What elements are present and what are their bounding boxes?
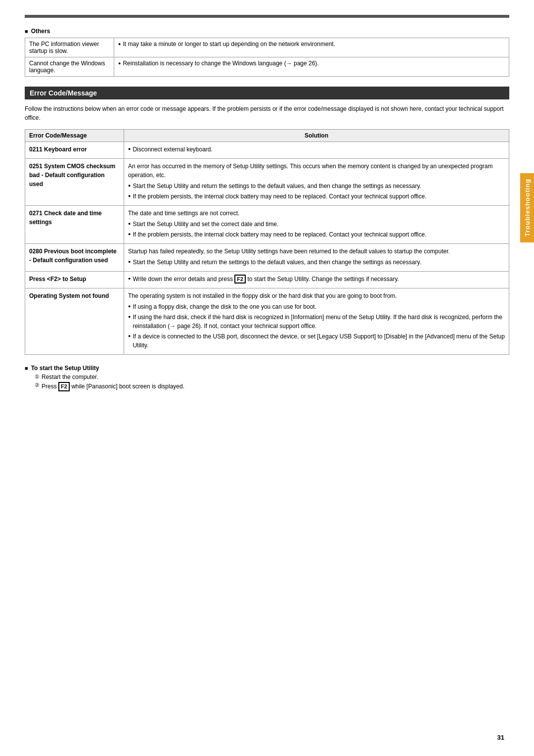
error-code-cell: Operating System not found	[25, 288, 124, 355]
top-border	[25, 15, 509, 18]
to-start-section: To start the Setup Utility ① Restart the…	[25, 365, 509, 391]
error-code-cell: 0251 System CMOS checksum bad - Default …	[25, 159, 124, 206]
numbered-item: ② Press F2 while [Panasonic] boot screen…	[35, 382, 509, 391]
error-code-title: Error Code/Message	[30, 89, 97, 97]
table-row: 0211 Keyboard error Disconnect external …	[25, 142, 509, 159]
table-row: Operating System not found The operating…	[25, 288, 509, 355]
numbered-item: ① Restart the computer.	[35, 374, 509, 380]
f2-key: F2	[58, 382, 70, 391]
bullet-text: If the problem persists, the internal cl…	[133, 230, 426, 239]
sidebar-tab: Troubleshooting	[520, 173, 534, 242]
bullet-text: Write down the error details and press F…	[133, 275, 399, 284]
error-code-section-header: Error Code/Message	[25, 87, 509, 99]
solution-cell: Disconnect external keyboard.	[124, 142, 509, 159]
error-code-cell: 0271 Check date and time settings	[25, 206, 124, 244]
intro-text: Follow the instructions below when an er…	[25, 104, 509, 122]
bullet-item: If the problem persists, the internal cl…	[128, 192, 505, 201]
step-number: ①	[35, 374, 40, 380]
solution-cell: Startup has failed repeatedly, so the Se…	[124, 244, 509, 272]
solution-cell: An error has occurred in the memory of S…	[124, 159, 509, 206]
table-row: The PC information viewer startup is slo…	[25, 38, 509, 57]
bullet-item: Start the Setup Utility and return the s…	[128, 182, 505, 190]
step-number: ②	[35, 382, 40, 388]
table-row: Cannot change the Windows language. Rein…	[25, 57, 509, 77]
others-section-header: Others	[25, 28, 509, 35]
col-header-code: Error Code/Message	[25, 130, 124, 142]
solution-text: Reinstallation is necessary to change th…	[123, 60, 318, 67]
solution-intro-text: The date and time settings are not corre…	[128, 209, 505, 218]
bullet-item: If a device is connected to the USB port…	[128, 332, 505, 350]
to-start-header: To start the Setup Utility	[25, 365, 509, 372]
sidebar-label: Troubleshooting	[524, 179, 531, 237]
solution-cell: It may take a minute or longer to start …	[114, 38, 509, 57]
error-code-table: Error Code/Message Solution 0211 Keyboar…	[25, 129, 509, 355]
bullet-item: Reinstallation is necessary to change th…	[118, 60, 505, 67]
bullet-text: If a device is connected to the USB port…	[133, 332, 505, 350]
step-text: Press F2 while [Panasonic] boot screen i…	[42, 382, 184, 391]
solution-cell: The operating system is not installed in…	[124, 288, 509, 355]
bullet-item: If the problem persists, the internal cl…	[128, 230, 505, 239]
others-table: The PC information viewer startup is slo…	[25, 38, 509, 77]
bullet-item: Start the Setup Utility and set the corr…	[128, 220, 505, 229]
bullet-item: It may take a minute or longer to start …	[118, 41, 505, 47]
error-code-cell: 0280 Previous boot incomplete - Default …	[25, 244, 124, 272]
col-header-solution: Solution	[124, 130, 509, 142]
bullet-item: Disconnect external keyboard.	[128, 145, 505, 154]
problem-cell: The PC information viewer startup is slo…	[25, 38, 114, 57]
solution-intro-text: The operating system is not installed in…	[128, 291, 505, 300]
to-start-label: To start the Setup Utility	[31, 365, 99, 372]
bullet-text: If the problem persists, the internal cl…	[133, 192, 426, 201]
bullet-item: Write down the error details and press F…	[128, 275, 505, 284]
f2-key: F2	[234, 275, 246, 284]
error-code-cell: Press <F2> to Setup	[25, 272, 124, 288]
table-row: 0251 System CMOS checksum bad - Default …	[25, 159, 509, 206]
problem-cell: Cannot change the Windows language.	[25, 57, 114, 77]
table-row: Press <F2> to Setup Write down the error…	[25, 272, 509, 288]
solution-cell: Reinstallation is necessary to change th…	[114, 57, 509, 77]
bullet-text: If using a floppy disk, change the disk …	[133, 302, 316, 311]
solution-intro-text: An error has occurred in the memory of S…	[128, 162, 505, 180]
bullet-text: Start the Setup Utility and return the s…	[133, 182, 421, 190]
solution-cell: Write down the error details and press F…	[124, 272, 509, 288]
step-text: Restart the computer.	[42, 374, 98, 380]
bullet-text: If using the hard disk, check if the har…	[133, 313, 505, 331]
solution-cell: The date and time settings are not corre…	[124, 206, 509, 244]
bullet-text: Start the Setup Utility and return the s…	[133, 258, 421, 267]
page-number: 31	[497, 734, 504, 741]
bullet-item: If using a floppy disk, change the disk …	[128, 302, 505, 311]
solution-text: It may take a minute or longer to start …	[123, 41, 335, 47]
bullet-item: If using the hard disk, check if the har…	[128, 313, 505, 331]
bullet-text: Start the Setup Utility and set the corr…	[133, 220, 278, 229]
table-row: 0280 Previous boot incomplete - Default …	[25, 244, 509, 272]
error-code-cell: 0211 Keyboard error	[25, 142, 124, 159]
solution-intro-text: Startup has failed repeatedly, so the Se…	[128, 247, 505, 256]
table-header-row: Error Code/Message Solution	[25, 130, 509, 142]
table-row: 0271 Check date and time settings The da…	[25, 206, 509, 244]
bullet-item: Start the Setup Utility and return the s…	[128, 258, 505, 267]
bullet-text: Disconnect external keyboard.	[133, 145, 212, 154]
others-label: Others	[31, 28, 50, 35]
